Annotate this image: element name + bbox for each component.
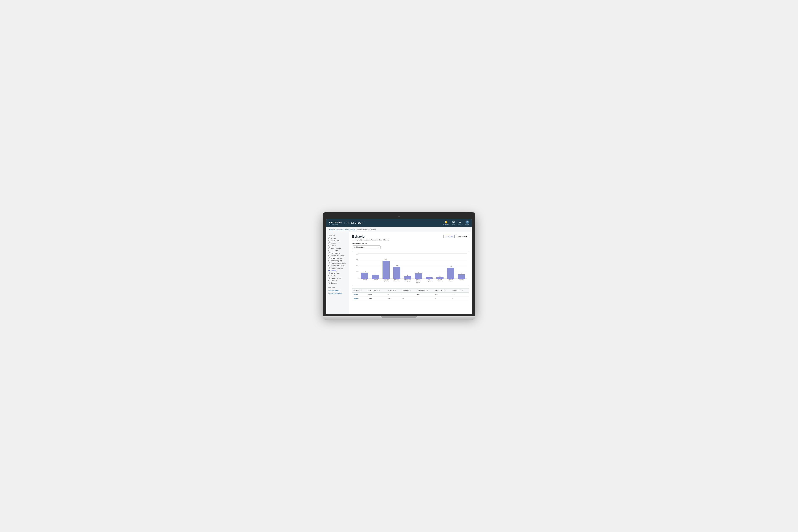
sidebar-item-home-language[interactable]: Home Language [328,260,348,262]
radio-month[interactable] [328,275,330,276]
radio-label-school: School [331,238,336,239]
notifications-nav-item[interactable]: 🔔 Notifications [443,221,449,225]
col-header-disruption[interactable]: Disruption... ⇅ [416,288,433,292]
sidebar-item-grade-level[interactable]: Grade Level [328,240,348,242]
x-label-electronic: ElectronicDevice Use [392,279,402,284]
radio-reporter[interactable] [328,267,330,269]
cell-cheating-minor: 0 [401,292,416,297]
sidebar-item-sped[interactable]: SP ED Placement [328,257,348,260]
radio-home-language[interactable] [328,260,330,261]
x-label-physical: PhysicalFighting [435,279,445,284]
sidebar-item-day-of-week[interactable]: Day of Week [328,272,348,274]
header-actions: ⬇ Export 2021-2022 ▾ [443,235,469,238]
profile-nav-item[interactable]: P Profile [465,221,469,225]
chart-type-value: Incident Type [354,246,363,248]
sidebar-item-school[interactable]: School [328,237,348,240]
radio-school[interactable] [328,238,330,239]
sidebar-item-location[interactable]: Location [328,279,348,282]
sidebar-item-mode[interactable]: Mode of Instruction [328,264,348,267]
col-header-severity[interactable]: Severity ⇅ [352,288,366,292]
sidebar-item-month[interactable]: Month [328,274,348,277]
radio-section504[interactable] [328,255,330,256]
radio-homeless[interactable] [328,262,330,264]
notifications-label: Notifications [443,224,449,225]
chart-type-select[interactable]: Incident Type ▾ [352,245,381,249]
radio-cohort[interactable] [328,245,330,247]
breadcrumb-current: District Behavior Report [357,229,376,231]
cell-electronic-major: 0 [433,297,451,301]
col-header-inappropriate[interactable]: Inappropri... ⇅ [451,288,469,292]
col-header-electronic[interactable]: Electronic... ⇅ [433,288,451,292]
cell-severity-minor[interactable]: Minor [352,292,366,297]
subtitle-suffix: in Panorama School District [369,239,389,241]
incident-count: 4,181 [358,239,362,241]
y-label-500: 500 [356,253,358,255]
radio-grade-level[interactable] [328,240,330,242]
sort-icon-cheating: ⇅ [410,290,411,291]
sidebar-item-frpl[interactable]: FRPL Status [328,252,348,254]
chart-container: 500 375 250 125 0 [352,251,469,286]
logo: PANORAMA EDUCATION [329,221,342,225]
sidebar-item-reporter[interactable]: Incident Reporter [328,267,348,269]
sidebar-item-section504[interactable]: Section 504 Status [328,254,348,257]
bar-rect-tardiness [458,274,465,279]
export-label: Export [448,236,453,238]
sidebar-item-cohort[interactable]: Cohort [328,245,348,247]
radio-label-race-ethnicity: Race Ethnicity [331,247,341,249]
radio-gender[interactable] [328,242,330,244]
sidebar-item-severity[interactable]: Severity [328,269,348,272]
help-icon: ? [452,221,455,223]
app-title: Positive Behavior [347,222,363,224]
logo-sub: EDUCATION [329,224,342,225]
cell-bullying-minor: 0 [386,292,401,297]
col-header-bullying[interactable]: Bullying ⇅ [386,288,401,292]
table-row: Major 1,633 128 74 0 0 0 [352,297,469,301]
sort-icon-severity: ⇅ [360,290,362,291]
radio-label-home-language: Home Language [331,260,343,262]
bar-value-electronic: 256 [396,265,398,266]
profile-label: Profile [465,224,469,225]
radio-incident-action[interactable] [328,277,330,279]
radio-label-month: Month [331,275,335,277]
notifications-icon: 🔔 [444,221,448,224]
breadcrumb-home-link[interactable]: Home (Panorama School District) [329,229,356,231]
sidebar-item-incident-action[interactable]: Incident Action [328,277,348,279]
sidebar: VIEW BY School Grade Level Gender [326,232,349,314]
products-label: Products [458,224,463,225]
radio-day-of-week[interactable] [328,272,330,274]
cell-disruption-major: 0 [416,297,433,301]
col-header-cheating[interactable]: Cheating ⇅ [401,288,416,292]
radio-mode[interactable] [328,265,330,266]
help-nav-item[interactable]: ? Help [452,221,455,225]
sidebar-item-outcome[interactable]: Outcome [328,282,348,284]
table-header-row: Severity ⇅ Total Incidents ⇅ Bullying ⇅ … [352,288,469,292]
radio-outcome[interactable] [328,282,330,284]
sidebar-item-homeless[interactable]: Homeless Residence [328,262,348,264]
bar-electronic: 256 [392,253,402,279]
radio-sped[interactable] [328,257,330,259]
filter-incident-attributes[interactable]: Incident Attributes [328,292,348,295]
radio-frpl[interactable] [328,252,330,254]
filter-demographics[interactable]: Demographics [328,289,348,292]
radio-label-outcome: Outcome [331,282,337,284]
sidebar-item-ell[interactable]: ELL Status [328,249,348,252]
bar-value-inappropriate: 47 [407,275,408,276]
screen: PANORAMA EDUCATION | Positive Behavior 🔔… [326,219,472,314]
cell-severity-major[interactable]: Major [352,297,366,301]
bar-value-physical: 31 [439,276,441,277]
products-nav-item[interactable]: ⠿ Products [458,221,463,225]
radio-location[interactable] [328,280,330,281]
export-button[interactable]: ⬇ Export [443,235,455,238]
radio-label-reporter: Incident Reporter [331,267,343,269]
bar-physical-fighting: 31 [435,253,445,279]
radio-ell[interactable] [328,250,330,251]
col-header-total[interactable]: Total Incidents ⇅ [366,288,386,292]
sidebar-item-race-ethnicity[interactable]: Race Ethnicity [328,247,348,249]
x-label-noncompliance: Non-compliance [424,279,434,284]
radio-label-mode: Mode of Instruction [331,265,344,267]
sidebar-item-gender[interactable]: Gender [328,242,348,245]
year-select[interactable]: 2021-2022 ▾ [456,235,469,238]
radio-severity[interactable] [328,270,330,271]
breadcrumb-bar: Home (Panorama School District) › Distri… [326,227,472,232]
radio-race-ethnicity[interactable] [328,247,330,249]
